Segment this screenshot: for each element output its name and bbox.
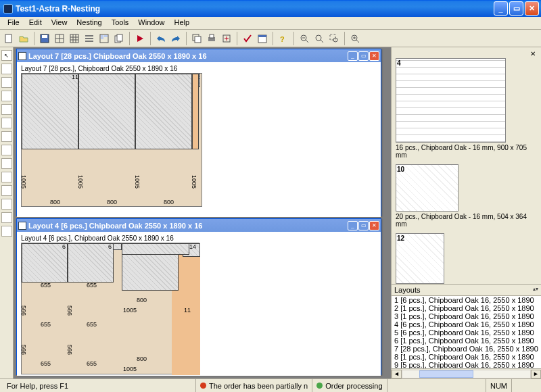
list-item[interactable]: 9 [5 pcs.], Chipboard Oak 16, 2550 x 189… [392,361,541,368]
calendar-icon[interactable] [256,32,269,45]
list-icon[interactable] [83,32,96,45]
play-icon[interactable] [133,32,147,45]
app-icon [3,4,13,14]
redo-icon[interactable] [169,32,183,45]
grid1-icon[interactable] [53,32,66,45]
undo-icon[interactable] [154,32,168,45]
child-close-button[interactable]: ✕ [369,221,379,230]
child-close-button[interactable]: ✕ [369,51,379,61]
menu-file[interactable]: File [3,17,24,29]
list-item[interactable]: 1 [6 pcs.], Chipboard Oak 16, 2550 x 189… [392,296,541,304]
list-item[interactable]: 5 [6 pcs.], Chipboard Oak 16, 2550 x 189… [392,328,541,337]
zoom-in-icon[interactable] [348,32,362,45]
list-item[interactable]: 7 [28 pcs.], Chipboard Oak 16, 2550 x 18… [392,345,541,353]
child-maximize-button[interactable]: ▭ [358,51,369,61]
list-item[interactable]: 2 [1 pcs.], Chipboard Oak 16, 2550 x 189… [392,304,541,312]
horizontal-scrollbar[interactable]: ◄ ► [392,368,541,378]
collapse-icon[interactable]: ▴▾ [533,286,538,294]
ltool-9[interactable] [1,158,12,169]
list-item[interactable]: 8 [1 pcs.], Chipboard Oak 16, 2550 x 189… [392,353,541,361]
layouts-list[interactable]: 1 [6 pcs.], Chipboard Oak 16, 2550 x 189… [392,296,541,368]
child-minimize-button[interactable]: _ [348,51,358,61]
child-titlebar[interactable]: Layout 4 [6 pcs.] Chipboard Oak 2550 x 1… [17,219,381,232]
ltool-3[interactable] [1,77,12,88]
svg-rect-6 [70,34,78,43]
scroll-right-icon[interactable]: ► [531,370,541,378]
maximize-button[interactable]: ▭ [509,1,523,16]
check-icon[interactable] [241,32,254,45]
nesting-sheet-7[interactable]: 6285 6285 6285 5 4 705 705 900 900 2720 … [21,73,202,207]
workspace: ↖ Layout 7 [28 pcs.] Chipboard Oak 2550 … [0,47,541,378]
grid2-icon[interactable] [68,32,81,45]
svg-rect-22 [210,34,214,38]
right-panel: ✕ 4 16 pcs., Chipboard Oak - 16 mm, 900 … [391,47,541,378]
svg-rect-0 [5,34,11,43]
statusbar: For Help, press F1 The order has been pa… [0,378,541,392]
nesting-sheet-4[interactable]: 6285 6285 720 14 11 6566655 6566655 6566… [21,243,199,374]
ltool-14[interactable] [1,226,12,237]
part-label: 16 pcs., Chipboard Oak - 16 mm, 900 x 70… [396,143,537,163]
part-thumb-12[interactable]: 12 [396,233,444,284]
open-icon[interactable] [17,32,30,45]
help-icon[interactable]: ? [277,32,290,45]
pointer-icon[interactable]: ↖ [1,50,12,61]
child-window-layout7: Layout 7 [28 pcs.] Chipboard Oak 2550 x … [16,49,381,216]
svg-rect-2 [42,35,47,38]
zoom-region-icon[interactable] [327,32,341,45]
titlebar: Test1-Astra R-Nesting _ ▭ ✕ [0,0,541,17]
status-nesting: The order has been partially n [195,379,312,392]
zoom-fit-icon[interactable] [312,32,326,45]
scroll-left-icon[interactable]: ◄ [392,370,402,378]
ltool-2[interactable] [1,64,12,74]
export-icon[interactable] [220,32,233,45]
menu-window[interactable]: Window [133,17,169,29]
print-icon[interactable] [205,32,218,45]
part-thumb-10[interactable]: 10 [396,164,458,212]
svg-rect-13 [85,41,93,42]
part-thumb-4[interactable]: 4 [396,58,506,143]
ltool-7[interactable] [1,131,12,142]
ltool-12[interactable] [1,199,12,210]
child-window-layout4: Layout 4 [6 pcs.] Chipboard Oak 2550 x 1… [16,218,381,375]
list-item[interactable]: 3 [1 pcs.], Chipboard Oak 16, 2550 x 189… [392,312,541,320]
document-icon [18,222,26,230]
ltool-13[interactable] [1,212,12,223]
svg-line-35 [356,40,359,43]
ltool-10[interactable] [1,172,12,182]
ltool-11[interactable] [1,185,12,196]
zoom-out-icon[interactable] [298,32,311,45]
toolbar: ? [0,30,541,47]
menu-nesting[interactable]: Nesting [72,17,106,29]
ltool-4[interactable] [1,91,12,101]
status-order: Order processing [312,379,386,392]
new-icon[interactable] [2,32,16,45]
copy-icon[interactable] [112,32,126,45]
child-titlebar[interactable]: Layout 7 [28 pcs.] Chipboard Oak 2550 x … [17,49,381,62]
layout-caption: Layout 7 [28 pcs.], Chipboard Oak 2550 x… [19,64,379,73]
svg-rect-15 [101,35,103,39]
panel-close-icon[interactable]: ✕ [530,50,537,57]
ltool-6[interactable] [1,118,12,128]
list-item[interactable]: 4 [6 pcs.], Chipboard Oak 16, 2550 x 189… [392,320,541,328]
menu-help[interactable]: Help [169,17,194,29]
child-maximize-button[interactable]: ▭ [358,221,369,230]
ltool-8[interactable] [1,145,12,155]
layout-icon[interactable] [97,32,111,45]
child-minimize-button[interactable]: _ [348,221,358,230]
cascade-icon[interactable] [190,32,204,45]
close-button[interactable]: ✕ [525,1,539,16]
status-numlock: NUM [486,379,511,392]
menu-edit[interactable]: Edit [24,17,47,29]
child-title: Layout 7 [28 pcs.] Chipboard Oak 2550 x … [28,52,347,60]
menu-view[interactable]: View [47,17,72,29]
svg-rect-18 [117,34,122,41]
layout-caption: Layout 4 [6 pcs.], Chipboard Oak 2550 x … [19,234,379,243]
save-icon[interactable] [38,32,51,45]
menu-tools[interactable]: Tools [107,17,134,29]
svg-rect-25 [258,35,266,37]
svg-rect-16 [104,35,108,37]
minimize-button[interactable]: _ [494,1,508,16]
ltool-5[interactable] [1,104,12,115]
svg-text:?: ? [280,35,285,43]
list-item[interactable]: 6 [1 pcs.], Chipboard Oak 16, 2550 x 189… [392,337,541,345]
